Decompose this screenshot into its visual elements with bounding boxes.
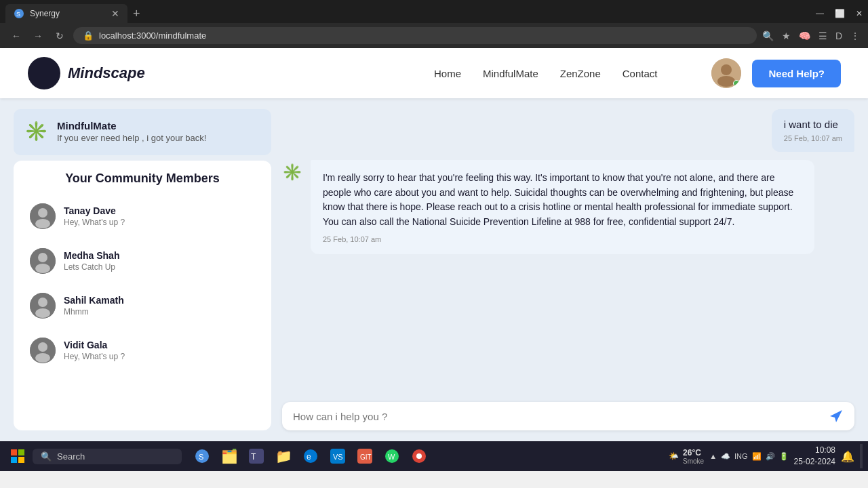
forward-button[interactable]: →: [30, 30, 46, 41]
taskbar-apps: S 🗂️ T 📁 e VS GIT W: [190, 444, 431, 468]
logo-text: Mindscape: [68, 64, 145, 82]
taskbar-app-folder[interactable]: 📁: [271, 444, 296, 468]
systray-lang: ING: [734, 452, 748, 460]
svg-point-15: [35, 308, 50, 318]
svg-text:T: T: [251, 452, 256, 462]
systray-onedrive: ☁️: [721, 452, 730, 461]
svg-point-12: [35, 264, 50, 273]
browser-tab-bar: S Synergy ✕ + — ⬜ ✕: [0, 0, 868, 23]
taskbar-search-box[interactable]: 🔍 Search: [33, 449, 182, 464]
svg-point-17: [38, 342, 47, 352]
back-button[interactable]: ←: [8, 30, 24, 41]
taskbar-app-chrome[interactable]: [407, 444, 431, 468]
maximize-button[interactable]: ⬜: [835, 9, 845, 18]
clock-date: 25-02-2024: [794, 456, 835, 468]
sidebar-icon[interactable]: ☰: [818, 30, 827, 41]
reload-button[interactable]: ↻: [52, 30, 68, 41]
svg-text:e: e: [307, 452, 311, 462]
extensions-icon[interactable]: 🧠: [799, 30, 810, 41]
url-display: localhost:3000/mindfulmate: [99, 30, 206, 41]
show-desktop-button[interactable]: [860, 444, 863, 468]
clock-time: 10:08: [794, 445, 835, 456]
member-avatar: [30, 293, 56, 319]
user-message-wrapper: i want to die 25 Feb, 10:07 am: [282, 109, 854, 152]
member-item[interactable]: Sahil Kamath Mhmm: [24, 285, 260, 327]
member-info: Tanay Dave Hey, What's up ?: [64, 205, 125, 227]
menu-icon[interactable]: ⋮: [850, 30, 860, 41]
taskbar: 🔍 Search S 🗂️ T 📁 e VS GIT W 🌤️: [0, 441, 868, 471]
taskbar-clock[interactable]: 10:08 25-02-2024: [794, 445, 835, 468]
mindfulmate-header: ✳️ MindfulMate If you ever need help , i…: [14, 109, 271, 155]
member-name: Medha Shah: [64, 250, 119, 261]
nav-right: Need Help?: [711, 58, 841, 88]
weather-icon: 🌤️: [669, 451, 679, 461]
mindfulmate-icon: ✳️: [24, 120, 49, 144]
svg-point-9: [35, 219, 50, 228]
user-message-text: i want to die: [784, 119, 842, 130]
taskbar-app-edge[interactable]: e: [298, 444, 323, 468]
taskbar-app-teams[interactable]: T: [244, 444, 269, 468]
address-field[interactable]: 🔒 localhost:3000/mindfulmate: [73, 27, 757, 44]
bot-message-wrapper: ✳️ I'm really sorry to hear that you're …: [282, 160, 854, 254]
notification-button[interactable]: 🔔: [841, 450, 854, 463]
svg-rect-22: [18, 457, 24, 463]
member-item[interactable]: Medha Shah Lets Catch Up: [24, 240, 260, 282]
browser-address-bar: ← → ↻ 🔒 localhost:3000/mindfulmate 🔍 ★ 🧠…: [0, 23, 868, 48]
browser-chrome: S Synergy ✕ + — ⬜ ✕ ← → ↻ 🔒 localhost:30…: [0, 0, 868, 48]
systray-up-arrow[interactable]: ▲: [709, 452, 717, 460]
bookmark-icon[interactable]: ★: [782, 30, 791, 41]
taskbar-search-text: Search: [57, 451, 85, 462]
mindfulmate-info: MindfulMate If you ever need help , i go…: [57, 120, 206, 143]
weather-temp: 26°C: [683, 448, 704, 458]
mindfulmate-subtitle: If you ever need help , i got your back!: [57, 133, 206, 143]
svg-rect-21: [11, 457, 17, 463]
chat-messages: i want to die 25 Feb, 10:07 am ✳️ I'm re…: [282, 109, 854, 394]
svg-rect-20: [18, 449, 24, 455]
member-info: Sahil Kamath Mhmm: [64, 295, 124, 317]
nav-mindfulmate[interactable]: MindfulMate: [483, 68, 538, 79]
new-tab-button[interactable]: +: [133, 7, 140, 21]
member-list: Tanay Dave Hey, What's up ? Medha Shah L…: [24, 195, 260, 371]
tab-close-button[interactable]: ✕: [111, 9, 119, 18]
taskbar-app-vscode[interactable]: VS: [326, 444, 350, 468]
svg-point-14: [38, 298, 47, 307]
taskbar-app-notification[interactable]: W: [380, 444, 404, 468]
taskbar-app-git[interactable]: GIT: [353, 444, 377, 468]
avatar[interactable]: [711, 58, 741, 88]
minimize-button[interactable]: —: [816, 9, 824, 18]
taskbar-app-synergy[interactable]: S: [190, 444, 214, 468]
member-avatar: [30, 203, 56, 229]
member-avatar: [30, 248, 56, 274]
close-window-button[interactable]: ✕: [856, 9, 863, 18]
browser-tab-active[interactable]: S Synergy ✕: [5, 4, 127, 23]
nav-zenzone[interactable]: ZenZone: [560, 68, 601, 79]
member-avatar: [30, 338, 56, 363]
bot-icon: ✳️: [282, 163, 304, 184]
mindfulmate-name: MindfulMate: [57, 120, 206, 131]
svg-rect-19: [11, 449, 17, 455]
nav-contact[interactable]: Contact: [623, 68, 658, 79]
svg-point-2: [28, 57, 60, 89]
need-help-button[interactable]: Need Help?: [752, 60, 841, 87]
member-preview: Lets Catch Up: [64, 262, 119, 272]
member-preview: Hey, What's up ?: [64, 352, 125, 361]
start-button[interactable]: [5, 444, 30, 468]
profile-icon[interactable]: D: [835, 30, 842, 41]
svg-point-36: [416, 453, 422, 459]
sidebar: ✳️ MindfulMate If you ever need help , i…: [14, 109, 271, 430]
send-button[interactable]: [829, 409, 844, 424]
taskbar-app-file-explorer[interactable]: 🗂️: [217, 444, 241, 468]
taskbar-weather: 🌤️ 26°C Smoke: [669, 448, 704, 465]
search-lens-icon[interactable]: 🔍: [762, 30, 774, 41]
nav-home[interactable]: Home: [434, 68, 461, 79]
svg-text:S: S: [16, 11, 20, 18]
member-preview: Hey, What's up ?: [64, 218, 125, 227]
user-message-time: 25 Feb, 10:07 am: [784, 134, 842, 142]
member-preview: Mhmm: [64, 307, 124, 317]
chat-input[interactable]: [293, 411, 822, 422]
svg-point-18: [35, 353, 50, 363]
member-item[interactable]: Vidit Gala Hey, What's up ?: [24, 329, 260, 371]
svg-point-5: [721, 64, 732, 75]
weather-info: 26°C Smoke: [683, 448, 704, 465]
member-item[interactable]: Tanay Dave Hey, What's up ?: [24, 195, 260, 237]
